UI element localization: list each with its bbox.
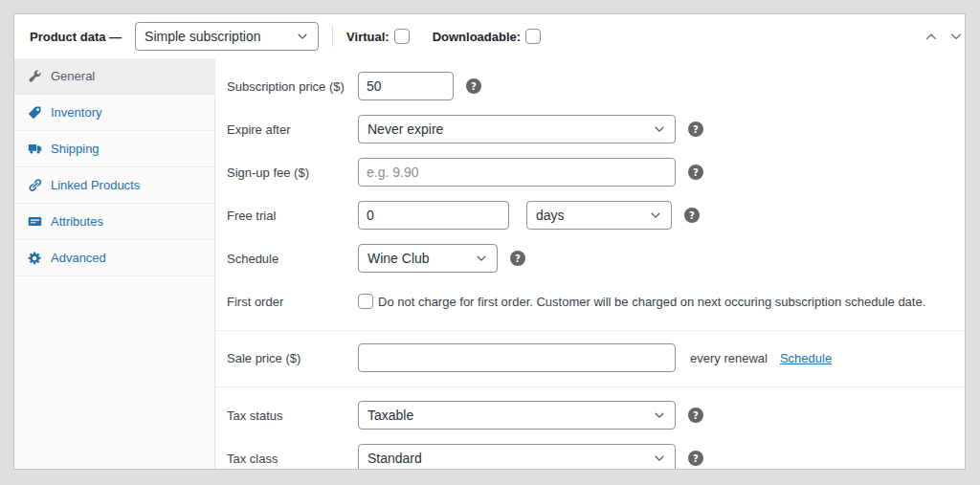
downloadable-label: Downloadable: [433, 30, 521, 44]
free-trial-row: Free trial days ? [227, 201, 946, 230]
product-data-header: Product data — Simple subscription Virtu… [14, 14, 965, 58]
section-separator [215, 330, 965, 331]
tax-status-row: Tax status Taxable ? [227, 401, 946, 430]
tax-status-label: Tax status [227, 408, 358, 423]
wrench-icon [28, 69, 42, 83]
first-order-checkbox[interactable] [358, 294, 373, 309]
sale-price-label: Sale price ($) [227, 351, 358, 365]
tax-class-select-value: Standard [368, 451, 422, 466]
signup-fee-label: Sign-up fee ($) [227, 165, 358, 180]
tax-class-row: Tax class Standard ? [227, 444, 946, 470]
help-icon[interactable]: ? [684, 208, 700, 223]
sale-price-input[interactable] [358, 343, 676, 372]
tab-label: Attributes [51, 214, 103, 229]
tax-class-label: Tax class [227, 452, 358, 466]
tab-label: Shipping [51, 142, 100, 156]
subscription-price-row: Subscription price ($) ? [227, 72, 946, 100]
free-trial-unit-select[interactable]: days [526, 201, 672, 230]
tab-general[interactable]: General [14, 58, 215, 95]
schedule-label: Schedule [227, 252, 358, 266]
gear-icon [28, 251, 42, 265]
virtual-label: Virtual: [346, 30, 390, 44]
first-order-description: Do not charge for first order. Customer … [378, 295, 925, 309]
tab-advanced[interactable]: Advanced [14, 240, 214, 276]
product-data-body: General Inventory Shipping [14, 58, 965, 470]
first-order-row: First order Do not charge for first orde… [227, 287, 946, 316]
tab-inventory[interactable]: Inventory [14, 95, 214, 131]
card-icon [28, 214, 42, 229]
screen: Product data — Simple subscription Virtu… [0, 0, 980, 485]
help-icon[interactable]: ? [510, 251, 525, 266]
tab-label: Linked Products [51, 178, 140, 192]
expire-after-select[interactable]: Never expire [358, 115, 676, 143]
product-type-select-value: Simple subscription [145, 29, 260, 44]
signup-fee-input[interactable] [358, 158, 676, 187]
tab-attributes[interactable]: Attributes [14, 204, 214, 240]
subscription-price-label: Subscription price ($) [227, 79, 358, 94]
tab-shipping[interactable]: Shipping [14, 131, 214, 167]
help-icon[interactable]: ? [688, 165, 703, 180]
section-separator [215, 386, 965, 387]
first-order-label: First order [227, 295, 358, 309]
tab-label: Inventory [51, 105, 101, 120]
downloadable-checkbox[interactable] [525, 29, 541, 44]
tax-class-select[interactable]: Standard [358, 444, 676, 470]
tax-status-select-value: Taxable [368, 408, 413, 423]
tax-status-select[interactable]: Taxable [358, 401, 676, 430]
expire-after-row: Expire after Never expire ? [227, 115, 946, 143]
expire-after-label: Expire after [227, 122, 358, 137]
chevron-down-icon [475, 252, 488, 265]
help-icon[interactable]: ? [688, 121, 703, 137]
tag-icon [28, 105, 42, 120]
header-divider [332, 26, 333, 47]
chevron-down-icon [653, 408, 666, 422]
sale-price-suffix: every renewal [690, 351, 768, 365]
sale-schedule-link[interactable]: Schedule [780, 351, 832, 365]
expire-after-select-value: Never expire [368, 121, 443, 137]
free-trial-unit-value: days [536, 208, 565, 223]
chevron-down-icon [649, 209, 662, 222]
link-icon [28, 178, 42, 192]
panel-order-up-icon[interactable] [919, 22, 944, 51]
signup-fee-row: Sign-up fee ($) ? [227, 158, 946, 187]
panel-toggle-down-icon[interactable] [944, 22, 966, 51]
free-trial-input[interactable] [358, 201, 509, 230]
chevron-down-icon [296, 30, 309, 43]
schedule-select-value: Wine Club [368, 251, 430, 266]
schedule-row: Schedule Wine Club ? [227, 244, 946, 273]
subscription-price-input[interactable] [358, 72, 454, 100]
product-data-tabs: General Inventory Shipping [14, 58, 215, 470]
product-data-panel: Product data — Simple subscription Virtu… [13, 13, 966, 470]
virtual-checkbox[interactable] [394, 29, 410, 44]
tab-label: Advanced [51, 251, 106, 265]
free-trial-label: Free trial [227, 209, 358, 223]
chevron-down-icon [653, 452, 666, 465]
panel-title: Product data — [30, 30, 122, 44]
truck-icon [28, 142, 42, 156]
schedule-select[interactable]: Wine Club [358, 244, 498, 273]
sale-price-row: Sale price ($) every renewal Schedule [227, 343, 946, 372]
chevron-down-icon [653, 122, 666, 136]
general-tab-panel: Subscription price ($) ? Expire after Ne… [215, 58, 965, 470]
help-icon[interactable]: ? [688, 451, 703, 466]
help-icon[interactable]: ? [688, 408, 703, 423]
tab-label: General [51, 69, 95, 83]
product-type-select[interactable]: Simple subscription [135, 22, 319, 51]
help-icon[interactable]: ? [466, 78, 481, 94]
tab-linked-products[interactable]: Linked Products [14, 167, 214, 204]
